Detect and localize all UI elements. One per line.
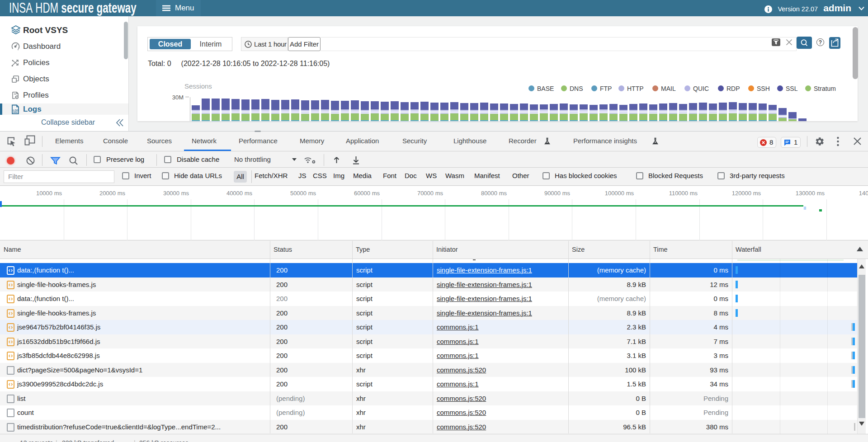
svg-text:LOG: LOG	[13, 109, 19, 112]
